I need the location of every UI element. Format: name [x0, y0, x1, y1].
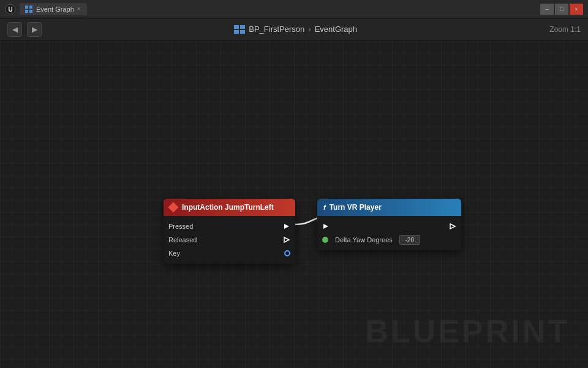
svg-marker-12 — [323, 224, 328, 229]
svg-rect-3 — [29, 6, 32, 9]
minimize-button[interactable]: – — [540, 4, 554, 15]
pin-delta-input[interactable] — [399, 235, 420, 245]
pin-delta-label: Delta Yaw Degrees — [335, 236, 393, 243]
svg-rect-5 — [29, 10, 32, 13]
node-input-action-body: Pressed Released Key — [164, 216, 295, 264]
pin-exec-in-icon — [322, 223, 330, 230]
svg-rect-2 — [25, 6, 28, 9]
pin-delta-circle-icon — [322, 237, 328, 243]
maximize-button[interactable]: □ — [555, 4, 568, 15]
ue-logo-icon: U — [5, 4, 16, 15]
node-turn-vr-header: f Turn VR Player — [317, 199, 461, 216]
graph-icon — [24, 5, 33, 13]
svg-marker-10 — [284, 224, 289, 229]
node-input-action-header: InputAction JumpTurnLeft — [164, 199, 295, 216]
pin-delta-yaw-row[interactable]: Delta Yaw Degrees — [317, 233, 461, 247]
node-turn-vr[interactable]: f Turn VR Player Delta Yaw Degrees — [317, 199, 461, 250]
node-turn-vr-title: Turn VR Player — [330, 203, 382, 212]
tab-close-button[interactable]: × — [77, 6, 81, 12]
function-icon: f — [323, 204, 326, 211]
toolbar: ◀ ▶ BP_FirstPerson › EventGraph Zoom 1:1 — [0, 18, 588, 40]
svg-marker-13 — [450, 224, 455, 229]
svg-rect-9 — [240, 30, 245, 34]
pin-released-exec-icon — [283, 236, 290, 243]
svg-rect-8 — [234, 30, 239, 34]
pin-pressed-exec-icon — [283, 223, 290, 230]
breadcrumb-graph: EventGraph — [315, 25, 357, 34]
window-controls: – □ × — [540, 4, 583, 15]
title-bar-left: U Event Graph × — [5, 3, 87, 15]
tab-label-text: Event Graph — [36, 6, 74, 13]
breadcrumb-separator: › — [308, 25, 311, 34]
breadcrumb: BP_FirstPerson › EventGraph — [47, 25, 545, 34]
forward-button[interactable]: ▶ — [27, 22, 42, 37]
pin-exec-row[interactable] — [317, 220, 461, 233]
pin-exec-out-icon — [449, 223, 456, 230]
pin-pressed-row[interactable]: Pressed — [164, 220, 295, 233]
title-bar: U Event Graph × – □ × — [0, 0, 588, 18]
pin-released-label: Released — [168, 236, 280, 243]
node-input-action-title: InputAction JumpTurnLeft — [182, 203, 274, 212]
pin-released-row[interactable]: Released — [164, 233, 295, 247]
pin-key-row[interactable]: Key — [164, 247, 295, 260]
svg-rect-4 — [25, 10, 28, 13]
blueprint-icon — [234, 25, 245, 34]
node-input-action[interactable]: InputAction JumpTurnLeft Pressed Release… — [164, 199, 295, 264]
tab[interactable]: Event Graph × — [20, 3, 87, 15]
canvas[interactable]: InputAction JumpTurnLeft Pressed Release… — [0, 40, 588, 368]
node-turn-vr-body: Delta Yaw Degrees — [317, 216, 461, 250]
pin-key-circle-icon — [284, 250, 290, 256]
blueprint-watermark: BLUEPRINT — [365, 313, 570, 350]
breadcrumb-project: BP_FirstPerson — [249, 25, 304, 34]
pin-pressed-label: Pressed — [168, 223, 280, 230]
close-button[interactable]: × — [570, 4, 583, 15]
svg-text:U: U — [8, 6, 12, 13]
svg-rect-7 — [240, 25, 245, 29]
svg-rect-6 — [234, 25, 239, 29]
back-button[interactable]: ◀ — [7, 22, 22, 37]
svg-marker-11 — [284, 237, 289, 242]
input-action-diamond-icon — [168, 202, 179, 213]
zoom-label: Zoom 1:1 — [549, 25, 581, 34]
pin-key-label: Key — [168, 250, 281, 257]
